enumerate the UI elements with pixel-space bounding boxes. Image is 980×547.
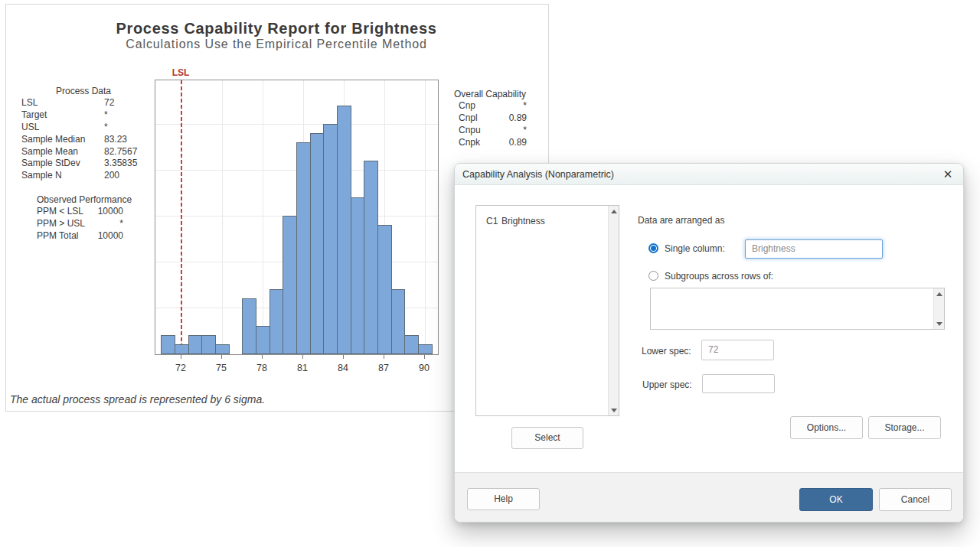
process-data-rows: LSL72Target*USL*Sample Median83.23Sample… [21,97,145,182]
stat-row: Sample Mean82.7567 [21,146,145,158]
upper-spec-input[interactable] [702,374,775,393]
stat-row: PPM < LSL10000 [37,206,123,218]
single-column-label: Single column: [665,243,725,254]
single-column-input[interactable]: Brightness [745,239,883,259]
subgroups-scrollbar[interactable] [933,288,944,329]
stat-row: Cnp* [453,100,527,112]
histogram-bar [283,216,297,354]
stat-row: Cnpk0.89 [453,137,527,149]
stat-row: Sample N200 [21,170,145,182]
help-button[interactable]: Help [467,488,540,510]
stat-row: USL* [21,122,145,134]
stat-row: LSL72 [21,97,145,109]
histogram-bar [377,225,392,354]
report-title: Process Capability Report for Brightness [6,20,547,37]
x-tick [384,355,384,359]
x-tick [221,355,222,359]
single-column-radio[interactable] [648,243,658,253]
observed-performance-rows: PPM < LSL10000PPM > USL*PPM Total10000 [37,206,123,243]
stat-row: PPM Total10000 [37,230,123,243]
arranged-label: Data are arranged as [638,215,724,226]
x-tick [181,355,181,359]
ok-button[interactable]: OK [799,488,873,511]
report-subtitle: Calculations Use the Empirical Percentil… [6,37,547,51]
stat-row: Cnpu* [453,125,527,137]
scroll-up-icon[interactable] [609,206,619,217]
column-id: C1 [486,216,501,226]
histogram-plot [155,80,439,355]
gridline [263,80,263,354]
screen: Process Capability Report for Brightness… [0,0,980,547]
histogram-bar [391,289,406,354]
gridline [222,80,223,354]
listbox-scrollbar[interactable] [608,206,619,415]
process-data-heading: Process Data [21,85,145,97]
capability-analysis-dialog: Capability Analysis (Nonparametric) ✕ C1… [454,163,964,523]
histogram-bar [175,344,189,354]
column-name: Brightness [501,216,545,226]
x-tick-label: 75 [206,363,237,373]
overall-capability-table: Overall Capability Cnp*Cnpl0.89Cnpu*Cnpk… [453,88,527,149]
histogram-bar [296,142,311,354]
histogram-bar [323,124,338,354]
list-item[interactable]: C1Brightness [486,216,545,226]
histogram-bar [215,344,230,354]
upper-spec-label: Upper spec: [642,379,692,390]
histogram-bar [310,133,325,354]
x-tick [262,355,263,359]
subgroups-radio[interactable] [648,271,658,281]
footnote: The actual process spread is represented… [10,393,265,405]
scroll-up-icon[interactable] [934,288,944,299]
gridline [425,80,426,354]
stat-row: Sample StDev3.35835 [21,158,145,170]
gridline [155,124,438,125]
stat-row: PPM > USL* [37,218,123,230]
histogram-bar [161,335,175,354]
lsl-line [181,80,182,354]
x-tick-label: 87 [368,363,399,373]
histogram-bar [201,335,216,354]
lower-spec-label: Lower spec: [642,346,691,357]
options-button[interactable]: Options... [790,416,863,439]
histogram-bar [418,344,433,354]
lsl-line-label: LSL [170,67,191,78]
overall-capability-heading: Overall Capability [453,88,527,100]
stat-row: Cnpl0.89 [453,112,527,125]
x-tick-label: 81 [287,363,318,373]
x-tick-label: 72 [165,363,196,373]
process-data-table: Process Data LSL72Target*USL*Sample Medi… [21,85,145,182]
scroll-down-icon[interactable] [609,405,619,415]
dialog-titlebar[interactable]: Capability Analysis (Nonparametric) ✕ [455,164,963,185]
histogram-bar [256,326,270,354]
histogram-bar [364,161,378,354]
histogram-bar [337,106,351,354]
x-tick [302,355,303,359]
observed-performance-heading: Observed Performance [37,194,123,206]
scroll-down-icon[interactable] [934,318,944,329]
select-button[interactable]: Select [511,427,583,449]
x-tick [343,355,344,359]
storage-button[interactable]: Storage... [868,416,941,439]
dialog-title: Capability Analysis (Nonparametric) [462,164,614,185]
lower-spec-input[interactable]: 72 [701,340,774,360]
stat-row: Sample Median83.23 [21,134,145,146]
overall-capability-rows: Cnp*Cnpl0.89Cnpu*Cnpk0.89 [453,100,527,149]
stat-row: Target* [21,109,145,122]
observed-performance-table: Observed Performance PPM < LSL10000PPM >… [37,194,123,243]
histogram-bar [270,289,284,354]
cancel-button[interactable]: Cancel [879,488,952,511]
histogram-bar [351,197,365,354]
close-icon[interactable]: ✕ [941,168,955,181]
x-tick-label: 84 [328,363,358,373]
x-tick [424,355,425,359]
histogram-bar [188,335,203,354]
column-listbox[interactable]: C1Brightness [475,205,619,416]
subgroups-label: Subgroups across rows of: [665,271,773,282]
histogram-bar [404,335,419,354]
x-tick-label: 90 [409,363,439,373]
subgroups-input[interactable] [650,288,945,330]
x-tick-label: 78 [247,363,277,373]
histogram-bar [242,298,256,354]
